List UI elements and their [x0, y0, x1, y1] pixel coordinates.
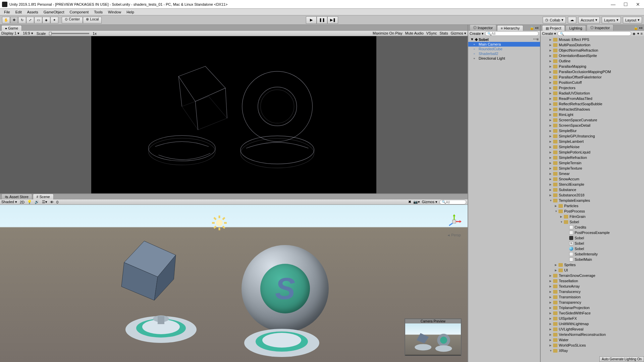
project-item[interactable]: ▶FilmGrain: [541, 214, 644, 219]
project-item[interactable]: ▶Sprites: [541, 262, 644, 267]
project-item[interactable]: ▶Tessellation: [541, 278, 644, 284]
project-filter-icon[interactable]: ◈: [633, 32, 635, 36]
tab-project[interactable]: ▤ Project: [542, 25, 565, 31]
project-item[interactable]: SSobel: [541, 241, 644, 246]
project-item[interactable]: ▶OrientationBasedSprite: [541, 53, 644, 58]
gizmos-dropdown[interactable]: Gizmos ▾: [451, 31, 466, 36]
project-item[interactable]: SobelIntensity: [541, 251, 644, 257]
minimize-button[interactable]: —: [611, 2, 615, 7]
tab-hierarchy[interactable]: ≡ Hierarchy: [497, 25, 523, 31]
scene-search[interactable]: 🔍 All: [439, 200, 466, 204]
display-dropdown[interactable]: Display 1 ▾: [1, 31, 19, 36]
project-item[interactable]: ▶Substance: [541, 187, 644, 192]
project-item[interactable]: ▼TemplateExamples: [541, 198, 644, 203]
cube-object[interactable]: [114, 238, 188, 305]
hierarchy-scene-root[interactable]: ▼ ◈ Sobel⋯≡: [468, 37, 540, 42]
menu-help[interactable]: Help: [124, 9, 137, 15]
project-lock-icon[interactable]: 🔒 ▪≡: [632, 25, 644, 31]
draw-mode-dropdown[interactable]: Shaded ▾: [1, 200, 17, 204]
project-item[interactable]: ▶ScreenSpaceCurvature: [541, 117, 644, 123]
project-item[interactable]: ▶RefractedShadows: [541, 107, 644, 112]
fx-toggle-icon[interactable]: ☰▾: [42, 200, 47, 204]
pedestal-1[interactable]: [121, 305, 201, 346]
layers-dropdown[interactable]: Layers ▾: [602, 17, 621, 23]
menu-file[interactable]: File: [1, 9, 13, 15]
project-item[interactable]: ▶RadialUVDistortion: [541, 90, 644, 96]
project-item[interactable]: ▶UISpriteFX: [541, 316, 644, 321]
project-item[interactable]: ▶SimpleRefraction: [541, 155, 644, 160]
project-item[interactable]: ▶ObjectNormalRefraction: [541, 48, 644, 53]
project-item[interactable]: ▶UVLightReveal: [541, 326, 644, 332]
hierarchy-item[interactable]: ▫RoundedCube: [468, 47, 540, 51]
project-item[interactable]: ▶TerrainSnowCoverage: [541, 273, 644, 278]
pedestal-2[interactable]: [241, 319, 322, 359]
project-item[interactable]: ▼XRay: [541, 348, 644, 353]
hierarchy-item[interactable]: ▫Main Camera: [468, 42, 540, 47]
project-item[interactable]: ▶SimpleTexture: [541, 166, 644, 171]
aspect-dropdown[interactable]: 16:9 ▾: [23, 31, 33, 36]
project-item[interactable]: ▶SimpleGPUInstancing: [541, 133, 644, 139]
project-item[interactable]: ▶PositionCutoff: [541, 80, 644, 85]
project-create-dropdown[interactable]: Create ▾: [542, 32, 556, 36]
project-item[interactable]: ▶TriplanarProjection: [541, 305, 644, 310]
pivot-local-button[interactable]: ⊗ Local: [83, 17, 102, 23]
mute-audio-toggle[interactable]: Mute Audio: [405, 31, 424, 36]
tab-asset-store[interactable]: 🛍 Asset Store: [1, 194, 32, 199]
audio-toggle-icon[interactable]: 🔊: [35, 200, 39, 204]
tab-lighting[interactable]: Lighting: [566, 25, 586, 31]
persp-label[interactable]: ◄ Persp: [447, 233, 461, 237]
pivot-center-button[interactable]: ⊙ Center: [62, 17, 83, 23]
project-item[interactable]: ▶SimpleBlur: [541, 128, 644, 133]
project-item[interactable]: ▶ParallaxOcclusionMappingPOM: [541, 69, 644, 74]
maximize-button[interactable]: ☐: [624, 2, 628, 7]
layout-dropdown[interactable]: Layout ▾: [623, 17, 642, 23]
tab-inspector-right[interactable]: ⓘ Inspector: [587, 24, 613, 31]
project-item[interactable]: ▶SimpleNoise: [541, 144, 644, 149]
project-item[interactable]: Sobel: [541, 246, 644, 251]
project-item[interactable]: ▶SimpleTerrain: [541, 160, 644, 166]
project-item[interactable]: Sobel: [541, 235, 644, 241]
play-button[interactable]: ▶: [306, 16, 317, 24]
project-item[interactable]: ▼Sobel: [541, 219, 644, 225]
project-item[interactable]: ▶Transmission: [541, 294, 644, 300]
project-item[interactable]: ▶Outline: [541, 58, 644, 64]
rect-tool[interactable]: ▭: [34, 17, 42, 23]
project-item[interactable]: ▶Mosaic Effect PPS: [541, 37, 644, 42]
orientation-gizmo[interactable]: [447, 214, 462, 229]
account-dropdown[interactable]: Account ▾: [578, 17, 600, 23]
project-item[interactable]: ▶ParallaxMapping: [541, 64, 644, 69]
menu-assets[interactable]: Assets: [24, 9, 41, 15]
project-item[interactable]: ▶Projectors: [541, 85, 644, 90]
hierarchy-search[interactable]: 🔍 All: [485, 31, 539, 36]
project-item[interactable]: ▶MultiPassDistortion: [541, 42, 644, 48]
panel-lock-icon[interactable]: 🔒 ▪≡: [528, 25, 540, 31]
scale-tool[interactable]: ⤢: [26, 17, 34, 23]
pause-button[interactable]: ❚❚: [317, 16, 327, 24]
hierarchy-create-dropdown[interactable]: Create ▾: [470, 32, 484, 36]
project-item[interactable]: ▶Water: [541, 337, 644, 343]
transform-tool[interactable]: ◈: [42, 17, 50, 23]
project-item[interactable]: ▶WorldPosSLices: [541, 343, 644, 348]
project-item[interactable]: ▼PostProcess: [541, 208, 644, 214]
project-item[interactable]: ▶SnowAccum: [541, 176, 644, 182]
cloud-button[interactable]: ☁: [568, 17, 576, 23]
menu-edit[interactable]: Edit: [13, 9, 24, 15]
project-item[interactable]: ▶ParallaxOffsetFakeInterior: [541, 74, 644, 80]
project-item[interactable]: ▶TwoSidedWithFace: [541, 310, 644, 316]
project-item[interactable]: ▶RimLight: [541, 112, 644, 117]
project-item[interactable]: ▶ScreenSpaceDetail: [541, 123, 644, 128]
stats-toggle[interactable]: Stats: [440, 31, 448, 36]
tab-game[interactable]: ● Game: [1, 25, 22, 31]
custom-tool[interactable]: ✦: [50, 17, 58, 23]
project-item[interactable]: ▶Transparency: [541, 300, 644, 305]
game-view[interactable]: [0, 36, 468, 193]
project-search[interactable]: 🔍: [557, 31, 631, 36]
scene-gizmos-dropdown[interactable]: Gizmos ▾: [422, 200, 437, 204]
gizmo-visibility-icon[interactable]: 👁: [50, 200, 54, 204]
project-item[interactable]: ▶SimplePotionLiquid: [541, 149, 644, 155]
lighting-toggle-icon[interactable]: 💡: [27, 200, 32, 204]
hierarchy-item[interactable]: ▫Shaderball2: [468, 51, 540, 56]
menu-component[interactable]: Component: [67, 9, 91, 15]
tab-scene[interactable]: # Scene: [33, 194, 54, 199]
scale-slider[interactable]: [49, 33, 89, 34]
